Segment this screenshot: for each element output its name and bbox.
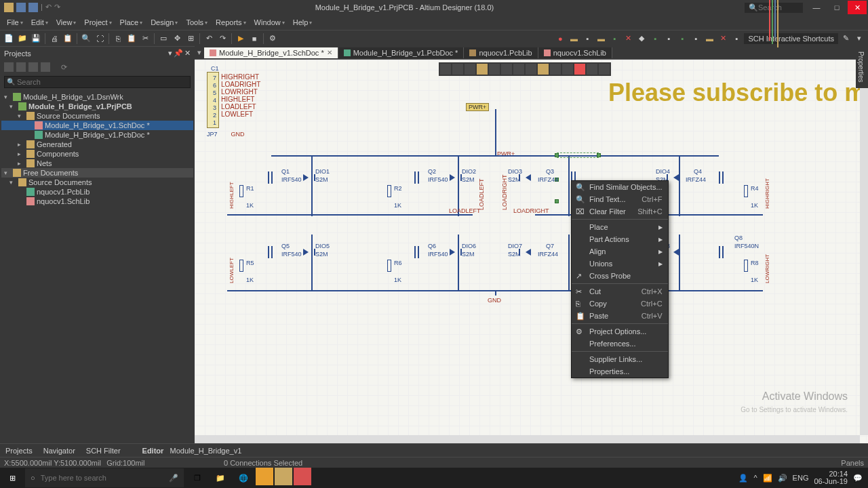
- tray-net-icon[interactable]: 📶: [763, 474, 772, 483]
- wire[interactable]: [311, 214, 473, 216]
- tab-schdoc[interactable]: Module_H_Bridge_v1.SchDoc *✕: [204, 47, 338, 58]
- tree-pcbdoc[interactable]: Module_H_Bridge_v1.PcbDoc *: [1, 130, 193, 140]
- dio4[interactable]: [673, 174, 679, 181]
- ptool-3-icon[interactable]: [28, 62, 38, 72]
- tool-print-icon[interactable]: 🖨: [48, 33, 60, 45]
- ptool-refresh-icon[interactable]: ⟳: [61, 63, 67, 72]
- r1[interactable]: [239, 185, 243, 197]
- app1-icon[interactable]: [256, 468, 273, 485]
- ctx-project-options[interactable]: ⚙Project Options...: [572, 325, 668, 338]
- rt-c-icon[interactable]: ▪: [581, 33, 593, 45]
- r2[interactable]: [387, 185, 391, 197]
- canvas-scroll-v[interactable]: [860, 60, 868, 435]
- wire[interactable]: [679, 235, 680, 291]
- ctx-part-actions[interactable]: Part Actions▶: [572, 233, 668, 245]
- wire[interactable]: [568, 178, 570, 216]
- ctx-cut[interactable]: ✂CutCtrl+X: [572, 285, 668, 298]
- dio5[interactable]: [303, 249, 309, 256]
- wire[interactable]: [679, 214, 763, 216]
- tool-fit-icon[interactable]: ⛶: [94, 33, 106, 45]
- tab-schlib[interactable]: nquocv1.SchLib: [538, 47, 612, 58]
- start-button[interactable]: ⊞: [0, 468, 24, 488]
- rt-j-icon[interactable]: ▪: [676, 33, 688, 45]
- tool-paste-icon[interactable]: 📋: [125, 33, 138, 45]
- wire[interactable]: [458, 155, 459, 178]
- taskbar-search-input[interactable]: [41, 474, 163, 482]
- panel-pin-icon[interactable]: 📌: [174, 49, 183, 58]
- q6[interactable]: [414, 246, 427, 258]
- saveall-icon[interactable]: [28, 3, 38, 12]
- tree-free-docs[interactable]: ▾Free Documents: [1, 168, 193, 178]
- tree-generated[interactable]: ▸Generated: [1, 140, 193, 149]
- tool-preview-icon[interactable]: 📋: [62, 33, 74, 45]
- rt-m-icon[interactable]: ✕: [717, 33, 729, 45]
- tree-project[interactable]: ▾Module_H_Bridge_v1.PrjPCB: [1, 102, 193, 111]
- ptool-1-icon[interactable]: [4, 62, 14, 72]
- ctx-paste[interactable]: 📋PasteCtrl+V: [572, 310, 668, 322]
- menu-project[interactable]: Project▾: [80, 17, 115, 28]
- canvas-scroll-h[interactable]: [195, 435, 860, 443]
- rt-i-icon[interactable]: ▪: [663, 33, 675, 45]
- tree-source-docs[interactable]: ▾Source Documents: [1, 111, 193, 121]
- ctx-unions[interactable]: Unions▶: [572, 258, 668, 270]
- wire[interactable]: [495, 290, 496, 296]
- tree-nets[interactable]: ▸Nets: [1, 159, 193, 168]
- r5[interactable]: [239, 260, 243, 272]
- tool-open-icon[interactable]: 📁: [16, 33, 28, 45]
- tree-components[interactable]: ▸Components: [1, 149, 193, 159]
- ptool-2-icon[interactable]: [16, 62, 26, 72]
- tool-run-icon[interactable]: ▶: [235, 33, 247, 45]
- tool-copy-icon[interactable]: ⎘: [112, 33, 124, 45]
- q1[interactable]: [268, 171, 280, 184]
- tabs-menu-icon[interactable]: ▾: [195, 48, 204, 57]
- wire[interactable]: [271, 155, 719, 157]
- tree-workspace[interactable]: ▾Module_H_Bridge_v1.DsnWrk: [1, 92, 193, 102]
- tool-redo2-icon[interactable]: ↷: [216, 33, 229, 45]
- dio7[interactable]: [526, 249, 531, 256]
- tab-pcblib[interactable]: nquocv1.PcbLib: [464, 47, 538, 58]
- tree-fd-schlib[interactable]: nquocv1.SchLib: [1, 197, 193, 206]
- menu-view[interactable]: View▾: [52, 17, 81, 28]
- panel-dd-icon[interactable]: ▾: [168, 49, 172, 58]
- ctx-copy[interactable]: ⎘CopyCtrl+C: [572, 298, 668, 310]
- redo-icon[interactable]: ↷: [54, 3, 60, 12]
- pwr-tag[interactable]: PWR+: [466, 103, 489, 111]
- mic-icon[interactable]: 🎤: [169, 474, 178, 483]
- tool-save-icon[interactable]: 💾: [30, 33, 42, 45]
- menu-reports[interactable]: Reports▾: [212, 17, 250, 28]
- chrome-icon[interactable]: 🌐: [233, 468, 254, 488]
- q2[interactable]: [414, 171, 427, 184]
- menu-tools[interactable]: Tools▾: [182, 17, 212, 28]
- menu-place[interactable]: Place▾: [116, 17, 147, 28]
- rt-d-icon[interactable]: ▬: [595, 33, 607, 45]
- tool-grid-icon[interactable]: ⊞: [184, 33, 197, 45]
- tab-pcbdoc[interactable]: Module_H_Bridge_v1.PcbDoc *: [338, 47, 465, 58]
- tree-fd-source[interactable]: ▾Source Documents: [1, 178, 193, 187]
- wire[interactable]: [311, 178, 313, 216]
- sch-shortcuts-label[interactable]: SCH Interactive Shortcuts: [744, 33, 838, 44]
- rt-dd-icon[interactable]: ▾: [853, 33, 865, 45]
- wire[interactable]: [679, 155, 680, 178]
- properties-tab[interactable]: Properties: [856, 46, 866, 88]
- rt-f-icon[interactable]: ✕: [622, 33, 634, 45]
- wire[interactable]: [568, 235, 570, 291]
- dio6[interactable]: [450, 249, 455, 256]
- tool-undo2-icon[interactable]: ↶: [203, 33, 215, 45]
- save-icon[interactable]: [16, 3, 26, 12]
- tool-stop-icon[interactable]: ■: [248, 33, 260, 45]
- status-panels[interactable]: Panels: [841, 459, 864, 467]
- altium-icon[interactable]: [275, 468, 292, 485]
- tab-close-icon[interactable]: ✕: [327, 49, 332, 56]
- tray-lang[interactable]: ENG: [793, 474, 809, 482]
- taskbar-search[interactable]: ○ 🎤: [25, 468, 184, 487]
- rt-b-icon[interactable]: ▬: [568, 33, 580, 45]
- dio8[interactable]: [673, 249, 679, 256]
- tool-zoom-icon[interactable]: 🔍: [80, 33, 92, 45]
- rt-l-icon[interactable]: ▬: [703, 33, 715, 45]
- menu-window[interactable]: Window▾: [250, 17, 289, 28]
- menu-help[interactable]: Help▾: [289, 17, 317, 28]
- tray-up-icon[interactable]: ^: [753, 474, 757, 482]
- q5[interactable]: [268, 246, 280, 258]
- ctx-supplier-links[interactable]: Supplier Links...: [572, 353, 668, 365]
- q8[interactable]: [711, 246, 724, 258]
